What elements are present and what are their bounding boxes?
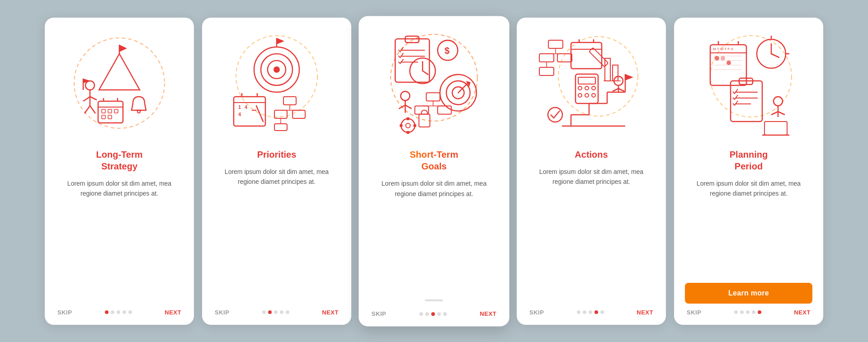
svg-rect-63 (438, 106, 451, 114)
svg-marker-93 (625, 74, 633, 80)
svg-text:4: 4 (245, 104, 248, 110)
svg-rect-94 (548, 40, 563, 48)
card-3-title: Short-Term Goals (410, 148, 458, 172)
svg-rect-106 (576, 74, 598, 103)
card-3-dots (420, 312, 447, 315)
svg-point-128 (715, 56, 719, 61)
dot-5 (758, 310, 761, 314)
svg-line-6 (83, 97, 90, 101)
card-long-term-strategy: Long-Term Strategy Lorem ipsum dolor sit… (45, 18, 194, 325)
card-4-skip[interactable]: SKIP (529, 309, 544, 316)
card-3-scroll-indicator (425, 299, 443, 301)
dot-2 (583, 310, 586, 314)
svg-line-143 (771, 112, 778, 115)
svg-point-23 (236, 36, 317, 117)
svg-rect-16 (102, 109, 105, 113)
dot-1 (105, 310, 108, 314)
svg-rect-17 (108, 109, 112, 113)
svg-line-67 (458, 84, 467, 93)
svg-point-73 (401, 118, 415, 132)
card-2-footer: SKIP NEXT (202, 301, 351, 316)
card-4-title: Actions (575, 149, 608, 160)
card-2-skip[interactable]: SKIP (215, 309, 229, 316)
dot-2 (740, 310, 744, 314)
card-5-footer: Learn more SKIP NEXT (674, 275, 823, 316)
card-1-title: Long-Term Strategy (96, 149, 143, 172)
svg-rect-76 (406, 131, 409, 134)
svg-rect-107 (578, 77, 595, 84)
dot-3 (274, 310, 278, 314)
card-4-footer: SKIP NEXT (517, 301, 666, 316)
svg-point-129 (721, 56, 725, 61)
card-1-illustration (45, 18, 194, 149)
dot-2 (111, 310, 114, 314)
dot-1 (734, 310, 738, 314)
card-5-title: Planning Period (730, 149, 768, 172)
card-2-next[interactable]: NEXT (322, 309, 339, 316)
card-5-next[interactable]: NEXT (794, 309, 811, 316)
dot-3 (589, 310, 592, 314)
svg-point-109 (585, 86, 589, 90)
learn-more-button[interactable]: Learn more (685, 283, 812, 304)
svg-marker-29 (277, 38, 284, 44)
svg-rect-101 (571, 42, 602, 69)
card-short-term-goals: $ (359, 16, 509, 326)
svg-point-113 (592, 94, 595, 97)
svg-point-27 (274, 66, 280, 73)
svg-rect-47 (274, 124, 287, 131)
svg-line-9 (90, 106, 95, 113)
card-1-nav: SKIP NEXT (56, 309, 183, 316)
svg-line-71 (399, 105, 405, 108)
svg-text:$: $ (444, 46, 449, 56)
svg-point-111 (578, 94, 582, 97)
dot-5 (443, 312, 447, 315)
card-5-illustration: M T W T F S (674, 18, 823, 149)
card-priorities: 1 4 4 Priorities Lorem ipsum dolor sit d… (202, 18, 351, 325)
dot-1 (577, 310, 580, 314)
svg-rect-145 (764, 122, 787, 135)
svg-line-144 (778, 112, 785, 115)
dot-1 (262, 310, 266, 314)
svg-point-74 (406, 123, 410, 127)
dot-2 (268, 310, 272, 314)
svg-point-69 (401, 91, 410, 100)
dot-4 (752, 310, 755, 314)
card-3-illustration: $ (359, 16, 509, 148)
card-1-next[interactable]: NEXT (165, 309, 181, 316)
card-1-body: Lorem ipsum dolor sit dim amet, mea regi… (45, 178, 194, 301)
svg-point-141 (774, 97, 783, 106)
svg-marker-1 (99, 54, 140, 90)
dot-4 (123, 310, 126, 314)
card-4-body: Lorem ipsum dolor sit dim amet, mea regi… (517, 167, 666, 301)
svg-point-110 (592, 86, 595, 90)
card-3-footer: SKIP NEXT (359, 291, 509, 317)
svg-point-4 (85, 81, 94, 90)
card-5-nav: SKIP NEXT (685, 309, 812, 316)
svg-line-91 (618, 89, 624, 91)
card-3-next[interactable]: NEXT (480, 310, 496, 317)
svg-point-108 (578, 86, 582, 90)
card-2-illustration: 1 4 4 (202, 18, 351, 149)
dot-5 (128, 310, 132, 314)
svg-rect-20 (108, 115, 112, 119)
card-1-dots (105, 310, 132, 314)
card-5-skip[interactable]: SKIP (687, 309, 701, 316)
card-3-skip[interactable]: SKIP (372, 310, 387, 317)
card-4-next[interactable]: NEXT (637, 309, 653, 316)
card-1-skip[interactable]: SKIP (57, 309, 72, 316)
svg-rect-97 (539, 54, 554, 62)
svg-text:1: 1 (238, 104, 241, 110)
svg-rect-49 (395, 39, 429, 82)
svg-point-130 (726, 61, 731, 65)
dot-2 (425, 312, 429, 315)
svg-rect-114 (605, 58, 610, 81)
card-4-dots (577, 310, 604, 314)
svg-rect-78 (414, 124, 416, 126)
card-1-footer: SKIP NEXT (45, 301, 194, 316)
svg-marker-3 (119, 45, 127, 52)
dot-3 (431, 312, 435, 315)
card-actions: Actions Lorem ipsum dolor sit dim amet, … (517, 18, 666, 325)
svg-line-7 (90, 97, 97, 100)
card-2-dots (262, 310, 289, 314)
svg-rect-43 (292, 110, 305, 118)
